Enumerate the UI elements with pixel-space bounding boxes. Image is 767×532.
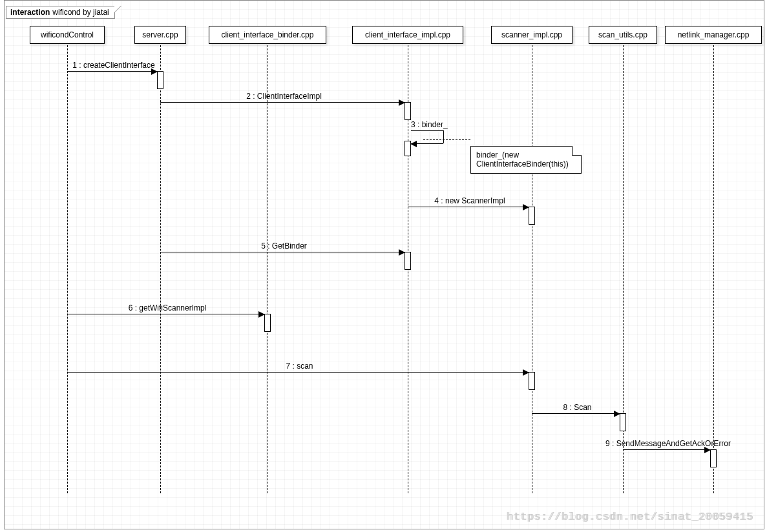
- lifeline-line-wificondControl: [67, 45, 68, 493]
- note-line2: ClientInterfaceBinder(this)): [476, 159, 576, 169]
- lifeline-head-scanner_impl: scanner_impl.cpp: [491, 26, 573, 44]
- activation-bar: [529, 372, 535, 390]
- lifeline-head-server: server.cpp: [134, 26, 186, 44]
- arrowhead-icon: [523, 204, 529, 210]
- frame-label: interaction wificond by jiatai: [6, 6, 115, 19]
- frame-keyword: interaction: [10, 8, 50, 17]
- lifeline-label: server.cpp: [142, 30, 178, 39]
- activation-bar: [620, 413, 626, 431]
- activation-bar: [405, 252, 411, 270]
- lifeline-label: client_interface_binder.cpp: [222, 30, 314, 39]
- lifeline-line-netlink_manager: [713, 45, 714, 493]
- lifeline-label: client_interface_impl.cpp: [365, 30, 450, 39]
- diagram-canvas: interaction wificond by jiatai wificondC…: [0, 0, 767, 532]
- note-fold-icon: [572, 146, 582, 156]
- lifeline-head-netlink_manager: netlink_manager.cpp: [665, 26, 762, 44]
- frame-name: wificond by jiatai: [52, 8, 109, 17]
- activation-bar: [405, 102, 411, 120]
- arrowhead-icon: [399, 99, 405, 106]
- note-line1: binder_(new: [476, 150, 576, 159]
- note-anchor-line: [423, 139, 470, 140]
- arrowhead-icon: [399, 249, 405, 256]
- arrowhead-icon: [523, 369, 529, 376]
- arrowhead-icon: [258, 311, 265, 318]
- lifeline-line-scanner_impl: [532, 45, 532, 493]
- message-label: 9 : SendMessageAndGetAckOrError: [605, 439, 731, 531]
- activation-bar: [529, 207, 535, 225]
- message-label: 4 : new ScannerImpl: [434, 196, 505, 531]
- lifeline-head-client_interface_impl: client_interface_impl.cpp: [352, 26, 463, 44]
- message-label: 8 : Scan: [563, 403, 591, 531]
- message-label: 7 : scan: [286, 362, 313, 531]
- lifeline-label: scan_utils.cpp: [598, 30, 647, 39]
- note-box: binder_(new ClientInterfaceBinder(this)): [470, 146, 582, 174]
- lifeline-label: wificondControl: [41, 30, 94, 39]
- message-label: 6 : getWifiScannerImpl: [129, 303, 207, 531]
- lifeline-head-wificondControl: wificondControl: [30, 26, 105, 44]
- activation-bar: [157, 71, 163, 89]
- lifeline-head-scan_utils: scan_utils.cpp: [589, 26, 657, 44]
- lifeline-label: netlink_manager.cpp: [678, 30, 750, 39]
- arrowhead-icon: [614, 411, 620, 417]
- lifeline-label: scanner_impl.cpp: [501, 30, 562, 39]
- lifeline-head-client_interface_binder: client_interface_binder.cpp: [209, 26, 326, 44]
